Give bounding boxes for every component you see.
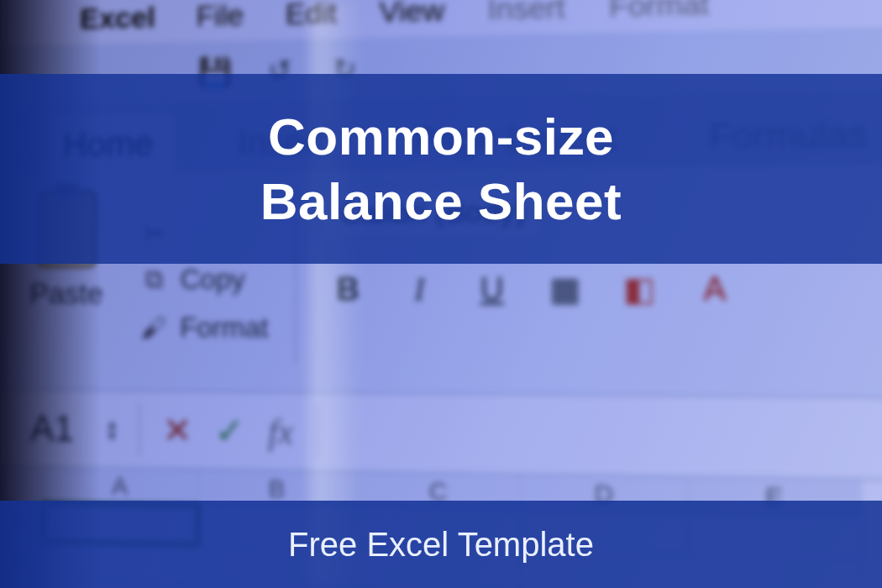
subtitle-banner: Free Excel Template [0, 501, 882, 588]
title-line-1: Common-size [268, 104, 614, 170]
title-banner: Common-size Balance Sheet [0, 74, 882, 264]
title-line-2: Balance Sheet [260, 169, 622, 234]
promo-card: Excel File Edit View Insert Format 💾 ↺ ↻… [0, 0, 882, 588]
subtitle-text: Free Excel Template [288, 526, 594, 564]
